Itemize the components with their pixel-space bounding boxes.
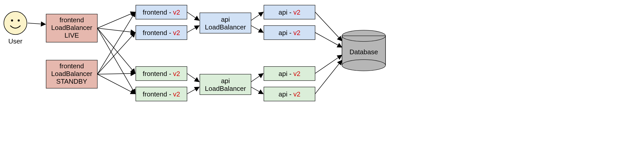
fe-lb-standby-line3: STANDBY [56, 78, 87, 85]
architecture-diagram: User frontend LoadBalancer LIVE frontend… [0, 0, 644, 153]
api-v2-bottom-1: api - v2 [264, 67, 315, 81]
arrow-fe4-apilb-bot [187, 87, 199, 94]
fe-lb-live-line2: LoadBalancer [51, 24, 92, 31]
arrow-api2-db [315, 32, 342, 47]
api-v2-top-1: api - v2 [264, 5, 315, 19]
arrow-user-fe-live [28, 23, 46, 24]
frontend-v2-bottom-2: frontend - v2 [136, 87, 187, 101]
arrow-live-fe2 [97, 28, 135, 32]
arrow-apilb-bot-api4 [251, 87, 263, 94]
api-lb-top: api LoadBalancer [200, 13, 251, 33]
frontend-v2-bottom-2-label: frontend - v2 [143, 90, 180, 98]
arrow-apilb-bot-api3 [251, 73, 263, 82]
arrow-api3-db [315, 55, 342, 73]
frontend-v2-bottom-1-label: frontend - v2 [143, 70, 180, 78]
api-lb-top-line1: api [221, 16, 230, 23]
api-v2-bottom-2-label: api - v2 [278, 90, 300, 98]
arrow-api1-db [315, 12, 342, 41]
arrow-fe3-apilb-bot [187, 73, 199, 82]
arrow-api4-db [315, 60, 342, 94]
api-v2-top-1-label: api - v2 [278, 8, 300, 16]
frontend-v2-top-2-label: frontend - v2 [143, 29, 180, 37]
svg-point-0 [4, 12, 27, 35]
database-label: Database [349, 48, 378, 56]
arrow-apilb-top-api2 [251, 26, 263, 32]
api-lb-bottom-line2: LoadBalancer [205, 85, 246, 92]
api-lb-top-line2: LoadBalancer [205, 23, 246, 31]
api-lb-bottom-line1: api [221, 77, 230, 85]
fe-lb-live-line3: LIVE [65, 31, 79, 39]
arrow-fe2-apilb-top [187, 26, 199, 32]
arrow-standby-fe2 [97, 32, 135, 74]
frontend-lb-live: frontend LoadBalancer LIVE [46, 14, 97, 42]
arrow-live-fe3 [97, 28, 135, 73]
arrow-live-fe1 [97, 12, 135, 28]
user-label: User [8, 37, 23, 45]
frontend-lb-standby: frontend LoadBalancer STANDBY [46, 60, 97, 88]
api-v2-bottom-1-label: api - v2 [278, 70, 300, 78]
database-node: Database [342, 30, 386, 71]
user-actor: User [4, 12, 27, 45]
frontend-v2-top-1: frontend - v2 [136, 5, 187, 19]
api-v2-bottom-2: api - v2 [264, 87, 315, 101]
arrow-standby-fe1 [97, 12, 135, 74]
fe-lb-standby-line2: LoadBalancer [51, 70, 92, 78]
api-lb-bottom: api LoadBalancer [200, 74, 251, 95]
arrow-fe1-apilb-top [187, 12, 199, 20]
svg-point-1 [11, 19, 13, 21]
frontend-v2-bottom-1: frontend - v2 [136, 67, 187, 81]
api-v2-top-2: api - v2 [264, 26, 315, 40]
svg-point-2 [18, 19, 20, 21]
fe-lb-standby-line1: frontend [59, 62, 84, 70]
frontend-v2-top-2: frontend - v2 [136, 26, 187, 40]
frontend-v2-top-1-label: frontend - v2 [143, 8, 180, 16]
api-v2-top-2-label: api - v2 [278, 29, 300, 37]
arrow-standby-fe3 [97, 73, 135, 74]
fe-lb-live-line1: frontend [59, 16, 84, 24]
svg-point-19 [342, 60, 386, 71]
arrow-apilb-top-api1 [251, 12, 263, 20]
